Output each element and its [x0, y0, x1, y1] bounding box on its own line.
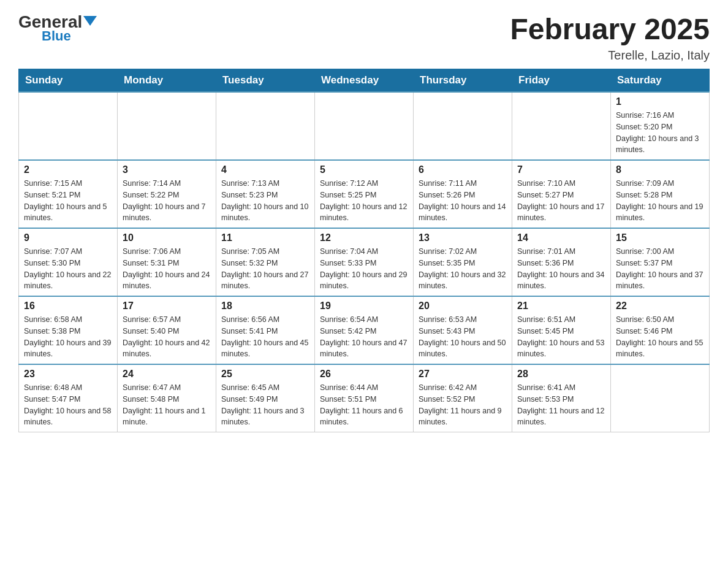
day-info: Sunrise: 6:48 AMSunset: 5:47 PMDaylight:…	[24, 382, 112, 428]
day-number: 1	[616, 96, 704, 107]
table-row: 12Sunrise: 7:04 AMSunset: 5:33 PMDayligh…	[315, 228, 414, 296]
table-row	[118, 92, 216, 160]
logo-blue-text: Blue	[42, 28, 71, 44]
day-info: Sunrise: 7:05 AMSunset: 5:32 PMDaylight:…	[221, 246, 309, 292]
col-saturday: Saturday	[611, 69, 710, 93]
day-number: 12	[320, 232, 408, 243]
col-sunday: Sunday	[19, 69, 118, 93]
day-number: 17	[123, 301, 211, 312]
day-number: 25	[221, 369, 309, 380]
day-number: 20	[419, 301, 507, 312]
table-row: 11Sunrise: 7:05 AMSunset: 5:32 PMDayligh…	[216, 228, 315, 296]
table-row: 1Sunrise: 7:16 AMSunset: 5:20 PMDaylight…	[611, 92, 710, 160]
day-number: 18	[221, 301, 309, 312]
day-number: 2	[24, 164, 112, 175]
table-row: 9Sunrise: 7:07 AMSunset: 5:30 PMDaylight…	[19, 228, 118, 296]
col-thursday: Thursday	[414, 69, 512, 93]
calendar-week-row: 16Sunrise: 6:58 AMSunset: 5:38 PMDayligh…	[19, 296, 710, 364]
day-number: 22	[616, 301, 704, 312]
col-friday: Friday	[512, 69, 611, 93]
table-row: 28Sunrise: 6:41 AMSunset: 5:53 PMDayligh…	[512, 364, 611, 432]
calendar-week-row: 2Sunrise: 7:15 AMSunset: 5:21 PMDaylight…	[19, 160, 710, 228]
day-info: Sunrise: 6:47 AMSunset: 5:48 PMDaylight:…	[123, 382, 211, 428]
day-info: Sunrise: 7:07 AMSunset: 5:30 PMDaylight:…	[24, 246, 112, 292]
day-number: 3	[123, 164, 211, 175]
table-row: 18Sunrise: 6:56 AMSunset: 5:41 PMDayligh…	[216, 296, 315, 364]
table-row	[414, 92, 512, 160]
day-number: 23	[24, 369, 112, 380]
day-info: Sunrise: 7:13 AMSunset: 5:23 PMDaylight:…	[221, 178, 309, 224]
day-number: 19	[320, 301, 408, 312]
day-number: 24	[123, 369, 211, 380]
day-info: Sunrise: 6:57 AMSunset: 5:40 PMDaylight:…	[123, 314, 211, 360]
day-number: 9	[24, 232, 112, 243]
table-row: 4Sunrise: 7:13 AMSunset: 5:23 PMDaylight…	[216, 160, 315, 228]
day-info: Sunrise: 7:00 AMSunset: 5:37 PMDaylight:…	[616, 246, 704, 292]
calendar-week-row: 23Sunrise: 6:48 AMSunset: 5:47 PMDayligh…	[19, 364, 710, 432]
logo: General Blue	[18, 12, 97, 44]
day-info: Sunrise: 7:16 AMSunset: 5:20 PMDaylight:…	[616, 110, 704, 156]
table-row: 10Sunrise: 7:06 AMSunset: 5:31 PMDayligh…	[118, 228, 216, 296]
day-number: 27	[419, 369, 507, 380]
table-row: 6Sunrise: 7:11 AMSunset: 5:26 PMDaylight…	[414, 160, 512, 228]
table-row	[512, 92, 611, 160]
day-info: Sunrise: 6:44 AMSunset: 5:51 PMDaylight:…	[320, 382, 408, 428]
day-info: Sunrise: 6:58 AMSunset: 5:38 PMDaylight:…	[24, 314, 112, 360]
table-row: 5Sunrise: 7:12 AMSunset: 5:25 PMDaylight…	[315, 160, 414, 228]
day-number: 26	[320, 369, 408, 380]
calendar-header-row: Sunday Monday Tuesday Wednesday Thursday…	[19, 69, 710, 93]
day-number: 6	[419, 164, 507, 175]
day-info: Sunrise: 7:11 AMSunset: 5:26 PMDaylight:…	[419, 178, 507, 224]
day-info: Sunrise: 6:51 AMSunset: 5:45 PMDaylight:…	[517, 314, 605, 360]
day-number: 15	[616, 232, 704, 243]
day-info: Sunrise: 6:54 AMSunset: 5:42 PMDaylight:…	[320, 314, 408, 360]
table-row: 26Sunrise: 6:44 AMSunset: 5:51 PMDayligh…	[315, 364, 414, 432]
day-number: 16	[24, 301, 112, 312]
day-info: Sunrise: 6:42 AMSunset: 5:52 PMDaylight:…	[419, 382, 507, 428]
calendar-week-row: 9Sunrise: 7:07 AMSunset: 5:30 PMDaylight…	[19, 228, 710, 296]
day-number: 8	[616, 164, 704, 175]
table-row: 3Sunrise: 7:14 AMSunset: 5:22 PMDaylight…	[118, 160, 216, 228]
day-info: Sunrise: 7:02 AMSunset: 5:35 PMDaylight:…	[419, 246, 507, 292]
table-row: 25Sunrise: 6:45 AMSunset: 5:49 PMDayligh…	[216, 364, 315, 432]
location-text: Terelle, Lazio, Italy	[510, 48, 710, 63]
day-number: 10	[123, 232, 211, 243]
day-info: Sunrise: 7:12 AMSunset: 5:25 PMDaylight:…	[320, 178, 408, 224]
day-info: Sunrise: 6:41 AMSunset: 5:53 PMDaylight:…	[517, 382, 605, 428]
col-tuesday: Tuesday	[216, 69, 315, 93]
day-number: 28	[517, 369, 605, 380]
day-number: 11	[221, 232, 309, 243]
table-row: 2Sunrise: 7:15 AMSunset: 5:21 PMDaylight…	[19, 160, 118, 228]
table-row: 8Sunrise: 7:09 AMSunset: 5:28 PMDaylight…	[611, 160, 710, 228]
day-info: Sunrise: 7:15 AMSunset: 5:21 PMDaylight:…	[24, 178, 112, 224]
table-row: 16Sunrise: 6:58 AMSunset: 5:38 PMDayligh…	[19, 296, 118, 364]
table-row: 21Sunrise: 6:51 AMSunset: 5:45 PMDayligh…	[512, 296, 611, 364]
day-info: Sunrise: 6:45 AMSunset: 5:49 PMDaylight:…	[221, 382, 309, 428]
day-number: 5	[320, 164, 408, 175]
table-row: 22Sunrise: 6:50 AMSunset: 5:46 PMDayligh…	[611, 296, 710, 364]
day-number: 4	[221, 164, 309, 175]
page-header: General Blue February 2025 Terelle, Lazi…	[18, 12, 710, 63]
day-info: Sunrise: 6:56 AMSunset: 5:41 PMDaylight:…	[221, 314, 309, 360]
table-row	[315, 92, 414, 160]
day-info: Sunrise: 6:53 AMSunset: 5:43 PMDaylight:…	[419, 314, 507, 360]
day-info: Sunrise: 7:10 AMSunset: 5:27 PMDaylight:…	[517, 178, 605, 224]
col-wednesday: Wednesday	[315, 69, 414, 93]
day-number: 13	[419, 232, 507, 243]
table-row: 13Sunrise: 7:02 AMSunset: 5:35 PMDayligh…	[414, 228, 512, 296]
logo-triangle-icon	[83, 16, 97, 26]
table-row: 7Sunrise: 7:10 AMSunset: 5:27 PMDaylight…	[512, 160, 611, 228]
table-row: 17Sunrise: 6:57 AMSunset: 5:40 PMDayligh…	[118, 296, 216, 364]
month-title: February 2025	[510, 12, 710, 46]
day-number: 21	[517, 301, 605, 312]
day-number: 7	[517, 164, 605, 175]
table-row: 20Sunrise: 6:53 AMSunset: 5:43 PMDayligh…	[414, 296, 512, 364]
day-info: Sunrise: 6:50 AMSunset: 5:46 PMDaylight:…	[616, 314, 704, 360]
day-info: Sunrise: 7:06 AMSunset: 5:31 PMDaylight:…	[123, 246, 211, 292]
title-area: February 2025 Terelle, Lazio, Italy	[510, 12, 710, 63]
table-row: 23Sunrise: 6:48 AMSunset: 5:47 PMDayligh…	[19, 364, 118, 432]
table-row: 15Sunrise: 7:00 AMSunset: 5:37 PMDayligh…	[611, 228, 710, 296]
calendar-week-row: 1Sunrise: 7:16 AMSunset: 5:20 PMDaylight…	[19, 92, 710, 160]
table-row	[611, 364, 710, 432]
table-row	[19, 92, 118, 160]
